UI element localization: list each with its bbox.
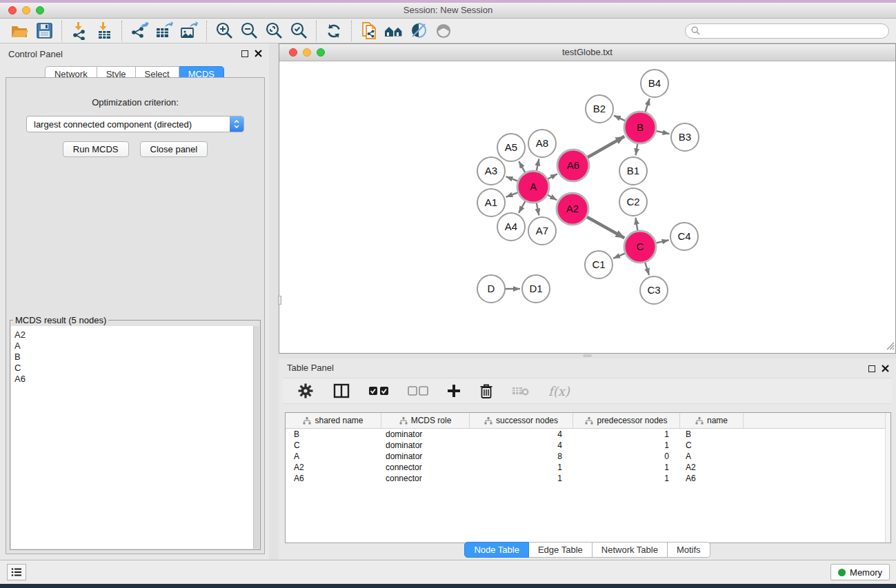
network-minimize-button[interactable]	[303, 48, 311, 57]
result-item[interactable]: A	[14, 341, 259, 352]
delete-table-button[interactable]	[512, 385, 530, 396]
zoom-out-button[interactable]	[237, 20, 261, 42]
export-network-button[interactable]	[127, 20, 152, 42]
svg-text:C1: C1	[592, 258, 605, 270]
table-row[interactable]: Adominator80A	[286, 451, 890, 462]
graph-node-B2[interactable]: B2	[586, 95, 613, 123]
zoom-selected-button[interactable]	[286, 20, 311, 42]
memory-button[interactable]: Memory	[830, 564, 890, 580]
hide-details-button[interactable]	[406, 20, 431, 42]
column-header-successor-nodes[interactable]: successor nodes	[470, 413, 573, 429]
export-image-button[interactable]	[177, 20, 201, 42]
deselect-all-button[interactable]	[408, 386, 428, 396]
graph-node-A8[interactable]: A8	[528, 130, 556, 157]
result-list-scrollbar[interactable]	[253, 326, 259, 549]
network-canvas[interactable]: AA1A2A3A4A5A6A7A8BB1B2B3B4CC1C2C3C4DD1	[279, 62, 895, 353]
search-input[interactable]	[704, 26, 883, 37]
column-header-MCDS-role[interactable]: MCDS role	[381, 413, 470, 429]
column-header-shared-name[interactable]: shared name	[286, 413, 381, 429]
show-graphics-button[interactable]	[431, 20, 456, 42]
graph-node-A4[interactable]: A4	[497, 213, 525, 241]
close-window-button[interactable]	[8, 6, 17, 14]
graph-node-A7[interactable]: A7	[528, 217, 556, 245]
float-panel-icon[interactable]	[868, 365, 875, 372]
close-panel-button[interactable]: Close panel	[140, 141, 208, 157]
show-columns-button[interactable]	[333, 383, 350, 398]
minimize-window-button[interactable]	[22, 6, 30, 14]
graph-node-B4[interactable]: B4	[641, 70, 668, 97]
result-item[interactable]: A6	[14, 374, 259, 385]
edge-A6-B[interactable]	[585, 136, 625, 159]
graph-node-A1[interactable]: A1	[477, 189, 505, 216]
result-item[interactable]: C	[14, 363, 259, 374]
criterion-select[interactable]: largest connected component (directed)	[26, 116, 244, 132]
duplicate-network-button[interactable]	[357, 20, 381, 42]
cell-name: A	[680, 452, 744, 461]
resize-grip-icon[interactable]	[886, 341, 895, 352]
graph-node-C1[interactable]: C1	[585, 251, 613, 278]
task-history-button[interactable]	[7, 564, 26, 580]
run-mcds-button[interactable]: Run MCDS	[63, 141, 129, 157]
import-table-button[interactable]	[92, 20, 117, 42]
column-header-name[interactable]: name	[680, 413, 744, 429]
close-panel-icon[interactable]	[882, 365, 889, 372]
split-pane-handle[interactable]	[583, 354, 592, 357]
network-window-titlebar[interactable]: testGlobe.txt	[279, 44, 895, 61]
graph-node-A[interactable]: A	[517, 171, 549, 203]
refresh-button[interactable]	[321, 20, 346, 42]
zoom-fit-button[interactable]	[261, 20, 286, 42]
add-column-button[interactable]	[447, 384, 461, 398]
table-settings-button[interactable]	[297, 382, 315, 400]
tab-network-table[interactable]: Network Table	[593, 542, 668, 558]
import-network-button[interactable]	[67, 20, 92, 42]
tab-edge-table[interactable]: Edge Table	[529, 542, 593, 558]
graph-node-C3[interactable]: C3	[640, 276, 668, 304]
table-row[interactable]: A6connector11A6	[286, 473, 890, 484]
delete-column-button[interactable]	[479, 383, 493, 399]
graph-node-B1[interactable]: B1	[619, 157, 647, 185]
save-session-button[interactable]	[32, 20, 57, 42]
table-row[interactable]: Cdominator41C	[286, 440, 890, 451]
desktop-scroll-tick[interactable]	[278, 296, 281, 305]
svg-text:A7: A7	[536, 225, 548, 236]
network-close-button[interactable]	[289, 48, 297, 57]
cell-successor-nodes: 1	[470, 474, 573, 483]
toolbar-separator	[316, 21, 317, 41]
column-header-predecessor-nodes[interactable]: predecessor nodes	[573, 413, 680, 429]
table-scrollbar[interactable]	[885, 413, 890, 543]
function-builder-button[interactable]: f(x)	[548, 384, 570, 398]
float-panel-icon[interactable]	[241, 50, 248, 57]
graph-node-B3[interactable]: B3	[671, 123, 699, 151]
network-maximize-button[interactable]	[317, 48, 325, 57]
result-item[interactable]: B	[14, 352, 259, 363]
edge-A2-C[interactable]	[584, 215, 625, 238]
graph-node-C[interactable]: C	[624, 231, 656, 263]
table-row[interactable]: Bdominator41B	[286, 429, 890, 440]
cell-shared-name: C	[286, 440, 381, 450]
graph-node-A3[interactable]: A3	[477, 157, 505, 185]
toolbar-separator	[206, 21, 207, 41]
tab-node-table[interactable]: Node Table	[464, 542, 529, 558]
cell-name: B	[680, 429, 744, 439]
graph-node-C2[interactable]: C2	[619, 188, 647, 216]
maximize-window-button[interactable]	[36, 6, 44, 14]
result-item[interactable]: A2	[14, 330, 259, 341]
control-panel-title: Control Panel	[8, 49, 63, 59]
open-session-button[interactable]	[7, 20, 32, 42]
network-overview-button[interactable]	[381, 20, 406, 42]
graph-node-D[interactable]: D	[477, 275, 505, 303]
graph-node-D1[interactable]: D1	[522, 275, 550, 303]
graph-node-C4[interactable]: C4	[670, 223, 698, 250]
graph-node-A2[interactable]: A2	[557, 193, 588, 225]
graph-node-B[interactable]: B	[624, 112, 656, 143]
export-image-icon	[179, 21, 199, 40]
graph-node-A6[interactable]: A6	[557, 150, 589, 181]
export-table-button[interactable]	[152, 20, 177, 42]
zoom-in-button[interactable]	[212, 20, 237, 42]
tab-motifs[interactable]: Motifs	[668, 542, 710, 558]
close-panel-icon[interactable]	[255, 50, 262, 57]
table-row[interactable]: A2connector11A2	[286, 462, 890, 473]
cell-MCDS-role: dominator	[381, 429, 470, 439]
select-all-button[interactable]	[368, 386, 389, 396]
graph-node-A5[interactable]: A5	[497, 134, 525, 161]
